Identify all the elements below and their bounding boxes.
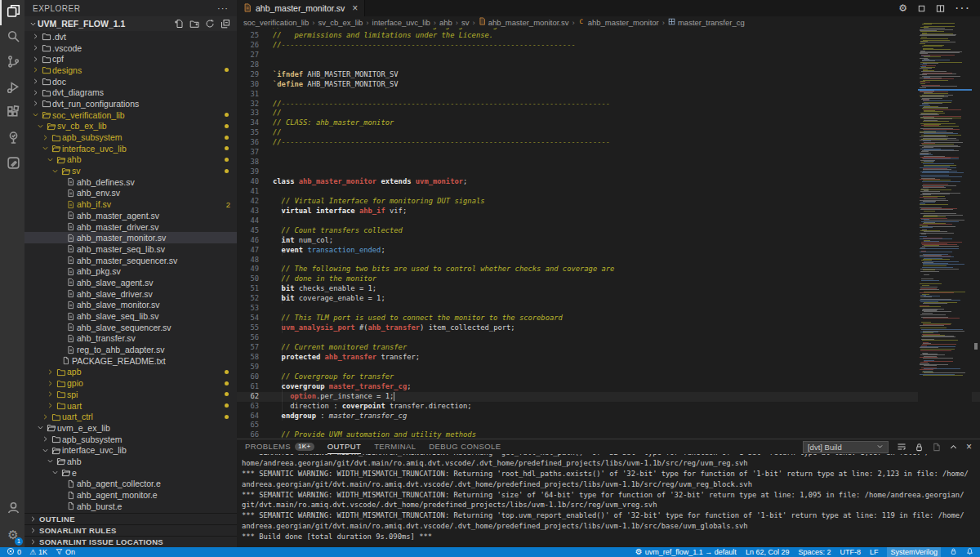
line-number[interactable]: 33	[237, 109, 273, 118]
sidebar-panel-outline[interactable]: OUTLINE	[24, 513, 237, 524]
sidebar-item-source-control[interactable]	[0, 51, 24, 76]
tree-item-ahb-slave-agent-sv[interactable]: ahb_slave_agent.sv	[24, 277, 237, 288]
tree-item-uvm-e-ex-lib[interactable]: uvm_e_ex_lib	[24, 422, 237, 434]
line-number[interactable]: 47	[237, 246, 273, 256]
new-file-icon[interactable]	[174, 19, 184, 29]
line-number[interactable]: 46	[237, 236, 273, 246]
status-item-systemverilog[interactable]: SystemVerilog	[887, 547, 941, 557]
sidebar-panel-sonarlint-issue-locations[interactable]: SONARLINT ISSUE LOCATIONS	[24, 536, 237, 547]
sidebar-item-explorer[interactable]	[0, 0, 24, 25]
square-icon[interactable]	[917, 4, 926, 13]
tree-item-uart-ctrl[interactable]: uart_ctrl	[24, 411, 237, 422]
tree-item-apb-subsystem[interactable]: apb_subsystem	[24, 434, 237, 445]
tree-item-ahb-slave-sequencer-sv[interactable]: ahb_slave_sequencer.sv	[24, 322, 237, 333]
tree-item-gpio[interactable]: gpio	[24, 377, 237, 389]
line-number[interactable]: 27	[237, 51, 273, 60]
tree-item-ahb[interactable]: ahb	[24, 154, 237, 166]
status-item-uvm-ref-flow-1-1-default[interactable]: ⚙uvm_ref_flow_1.1 → default	[635, 548, 737, 556]
line-number[interactable]: 66	[237, 430, 273, 439]
line-number[interactable]: 25	[237, 31, 273, 41]
line-number[interactable]: 31	[237, 90, 273, 100]
line-number[interactable]: 34	[237, 118, 273, 128]
tree-item-uart[interactable]: uart	[24, 400, 237, 412]
sidebar-item-verification[interactable]	[0, 127, 24, 152]
line-number[interactable]: 59	[237, 363, 273, 372]
line-number[interactable]: 58	[237, 353, 273, 363]
line-number[interactable]: 64	[237, 412, 273, 421]
more-actions-icon[interactable]: ···	[217, 3, 229, 13]
tree-item-e[interactable]: e	[24, 467, 237, 479]
sidebar-panel-sonarlint-rules[interactable]: SONARLINT RULES	[24, 524, 237, 536]
breadcrumb-item-interface-uvc-lib[interactable]: interface_uvc_lib	[372, 18, 430, 27]
tree-item--vscode[interactable]: .vscode	[24, 42, 237, 54]
line-number[interactable]: 63	[237, 402, 273, 412]
breadcrumb-item-soc-verification-lib[interactable]: soc_verification_lib	[243, 18, 309, 27]
tree-item-ahb-master-driver-sv[interactable]: ahb_master_driver.sv	[24, 221, 237, 233]
line-number[interactable]: 44	[237, 216, 273, 226]
tree-item-ahb-master-seq-lib-sv[interactable]: ahb_master_seq_lib.sv	[24, 243, 237, 255]
refresh-icon[interactable]	[205, 19, 215, 29]
tree-item-doc[interactable]: doc	[24, 76, 237, 87]
tree-item-designs[interactable]: designs	[24, 65, 237, 76]
minimap[interactable]	[918, 23, 972, 435]
close-panel-icon[interactable]: ×	[966, 442, 972, 452]
line-number[interactable]: 38	[237, 158, 273, 167]
sidebar-item-run-debug[interactable]	[0, 76, 24, 101]
tree-item-reg-to-ahb-adapter-sv[interactable]: reg_to_ahb_adapter.sv	[24, 344, 237, 355]
new-folder-icon[interactable]	[189, 19, 199, 29]
line-number[interactable]: 45	[237, 226, 273, 236]
close-icon[interactable]: ×	[352, 2, 358, 14]
more-actions-icon[interactable]: ···	[955, 1, 970, 16]
status-item-lf[interactable]: LF	[870, 548, 879, 556]
line-number[interactable]: 57	[237, 343, 273, 353]
breadcrumb-item-master-transfer-cg[interactable]: master_transfer_cg	[668, 18, 745, 27]
line-number[interactable]: 54	[237, 314, 273, 323]
tree-item-ahb-transfer-sv[interactable]: ahb_transfer.sv	[24, 333, 237, 345]
sidebar-item-sonarlint[interactable]	[0, 152, 24, 177]
panel-tab-debug-console[interactable]: DEBUG CONSOLE	[429, 439, 501, 454]
line-number[interactable]: 53	[237, 304, 273, 314]
tree-item-interface-uvc-lib[interactable]: interface_uvc_lib	[24, 444, 237, 456]
code-editor[interactable]: 24// the License for the specific langua…	[237, 28, 980, 439]
status-item-utf-8[interactable]: UTF-8	[840, 548, 861, 556]
sidebar-item-search[interactable]	[0, 25, 24, 51]
lock-icon[interactable]	[915, 443, 924, 452]
tree-item-soc-verification-lib[interactable]: soc_verification_lib	[24, 109, 237, 121]
line-number[interactable]: 41	[237, 187, 273, 197]
tree-item-ahb-slave-monitor-sv[interactable]: ahb_slave_monitor.sv	[24, 300, 237, 311]
tree-item-dvt-run-configurations[interactable]: dvt_run_configurations	[24, 98, 237, 109]
status-item-on[interactable]: On	[56, 548, 75, 557]
tree-item-ahb-pkg-sv[interactable]: ahb_pkg.sv	[24, 265, 237, 277]
line-number[interactable]: 48	[237, 256, 273, 265]
tree-item-sv-cb-ex-lib[interactable]: sv_cb_ex_lib	[24, 121, 237, 132]
project-section-header[interactable]: UVM_REF_FLOW_1.1	[24, 16, 237, 31]
tree-item-spi[interactable]: spi	[24, 389, 237, 400]
panel-tab-problems[interactable]: PROBLEMS1K+	[245, 439, 314, 454]
tree-item-apb[interactable]: apb	[24, 367, 237, 378]
status-item-lock-icon[interactable]	[950, 547, 957, 557]
clear-output-icon[interactable]	[932, 443, 941, 452]
line-number[interactable]: 35	[237, 128, 273, 138]
tree-item-ahb-agent-collector-e[interactable]: ahb_agent_collector.e	[24, 479, 237, 490]
tree-item-cpf[interactable]: cpf	[24, 53, 237, 65]
tree-item-sv[interactable]: sv	[24, 165, 237, 176]
line-number[interactable]: 60	[237, 372, 273, 382]
status-item-0[interactable]: 0	[7, 547, 21, 557]
line-number[interactable]: 42	[237, 197, 273, 207]
panel-tab-output[interactable]: OUTPUT	[327, 439, 361, 454]
tab-ahb-master-monitor[interactable]: ahb_master_monitor.sv ×	[237, 0, 365, 16]
line-number[interactable]: 40	[237, 177, 273, 187]
breadcrumb-item-ahb-master-monitor[interactable]: Cahb_master_monitor	[578, 17, 659, 27]
tree-item-ahb-defines-sv[interactable]: ahb_defines.sv	[24, 176, 237, 188]
line-number[interactable]: 28	[237, 60, 273, 70]
line-number[interactable]: 43	[237, 207, 273, 216]
tree-item-ahb-master-monitor-sv[interactable]: ahb_master_monitor.sv	[24, 232, 237, 243]
status-item-bell-icon[interactable]	[966, 547, 973, 557]
line-number[interactable]: 26	[237, 41, 273, 51]
tree-item-package-readme-txt[interactable]: PACKAGE_README.txt	[24, 355, 237, 367]
tree-item-ahb-if-sv[interactable]: ahb_if.sv2	[24, 198, 237, 210]
status-item-ln-62-col-29[interactable]: Ln 62, Col 29	[746, 548, 790, 556]
status-item-spaces-2[interactable]: Spaces: 2	[798, 548, 831, 556]
tree-item-ahb-master-agent-sv[interactable]: ahb_master_agent.sv	[24, 210, 237, 221]
line-number[interactable]: 37	[237, 148, 273, 158]
